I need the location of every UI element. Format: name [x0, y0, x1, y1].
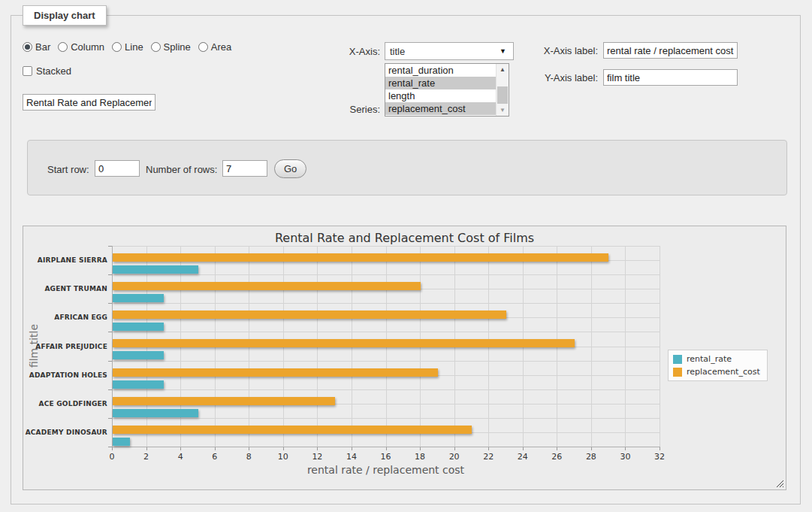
stacked-label: Stacked	[36, 65, 71, 77]
category-label: AFFAIR PREJUDICE	[23, 343, 107, 350]
x-axis-tick-label: 28	[580, 452, 602, 462]
x-axis-tick-label: 22	[477, 452, 500, 462]
legend-swatch-icon	[673, 368, 682, 377]
go-button[interactable]: Go	[274, 159, 306, 178]
radio-label: Spline	[164, 41, 191, 53]
bar-replacement_cost	[113, 311, 506, 319]
dropdown-arrow-icon: ▼	[500, 47, 506, 55]
x-axis-tick-label: 4	[169, 452, 192, 462]
number-of-rows-input[interactable]	[222, 160, 267, 177]
bar-replacement_cost	[113, 397, 335, 405]
bar-replacement_cost	[113, 253, 608, 262]
radio-label: Line	[125, 41, 143, 53]
fieldset-legend-title: Display chart	[23, 5, 107, 26]
x-axis-tick-label: 30	[614, 452, 636, 462]
series-listbox-label: Series:	[315, 104, 380, 115]
x-axis-tick-label: 2	[135, 452, 158, 462]
number-of-rows-label: Number of rows:	[146, 164, 217, 175]
stacked-checkbox[interactable]	[23, 66, 32, 76]
series-options: rental_durationrental_ratelengthreplacem…	[385, 64, 496, 116]
bar-rental_rate	[113, 351, 164, 359]
scrollbar-up-icon[interactable]: ▲	[497, 64, 509, 75]
x-axis-selected-value: title	[390, 46, 405, 57]
series-scrollbar[interactable]: ▲ ▼	[496, 64, 509, 116]
radio-column[interactable]: Column	[58, 41, 104, 53]
radio-label: Column	[71, 41, 104, 53]
x-axis-tick-label: 12	[306, 452, 328, 462]
radio-icon[interactable]	[198, 42, 208, 52]
bar-replacement_cost	[113, 339, 575, 347]
category-label: AGENT TRUMAN	[23, 285, 107, 292]
bar-replacement_cost	[113, 426, 472, 434]
bar-rental_rate	[113, 409, 198, 417]
radio-spline[interactable]: Spline	[151, 41, 191, 53]
bar-rental_rate	[113, 380, 164, 389]
x-axis-label-input[interactable]	[603, 42, 738, 59]
radio-area[interactable]: Area	[198, 41, 231, 53]
start-row-label: Start row:	[47, 164, 89, 175]
radio-icon[interactable]	[23, 42, 32, 52]
bar-rental_rate	[113, 294, 164, 302]
x-axis-tick-label: 14	[340, 452, 363, 462]
chart: Rental Rate and Replacement Cost of Film…	[23, 226, 786, 490]
x-axis-tick-label: 24	[512, 452, 534, 462]
category-label: AFRICAN EGG	[23, 314, 107, 321]
bar-rental_rate	[113, 323, 164, 331]
stacked-checkbox-row[interactable]: Stacked	[23, 65, 71, 77]
chart-title: Rental Rate and Replacement Cost of Film…	[23, 231, 786, 245]
chart-type-radio-group: BarColumnLineSplineArea	[23, 41, 231, 53]
x-axis-tick-label: 18	[409, 452, 431, 462]
category-label: AIRPLANE SIERRA	[23, 256, 107, 264]
x-axis-tick-label: 26	[545, 452, 568, 462]
chart-x-axis-title: rental rate / replacement cost	[112, 464, 660, 476]
x-axis-select[interactable]: title ▼	[385, 42, 514, 60]
row-controls-panel: Start row: Number of rows: Go	[27, 140, 787, 195]
x-axis-tick-label: 8	[237, 452, 260, 462]
x-axis-select-label: X-Axis:	[315, 46, 380, 57]
radio-label: Bar	[35, 41, 50, 53]
radio-icon[interactable]	[112, 42, 122, 52]
x-axis-line	[112, 447, 660, 447]
legend-item-replacement_cost[interactable]: replacement_cost	[673, 367, 760, 377]
legend-item-rental_rate[interactable]: rental_rate	[673, 354, 760, 364]
bar-replacement_cost	[113, 368, 438, 377]
x-axis-tick-label: 32	[648, 452, 671, 462]
radio-icon[interactable]	[151, 42, 161, 52]
radio-bar[interactable]: Bar	[23, 41, 50, 53]
x-axis-tick-label: 16	[375, 452, 397, 462]
x-axis-tick-label: 20	[443, 452, 466, 462]
scrollbar-thumb[interactable]	[497, 86, 508, 104]
gridline	[660, 246, 660, 447]
resize-handle-icon[interactable]	[776, 480, 783, 487]
x-axis-tick-label: 0	[101, 452, 123, 462]
scrollbar-down-icon[interactable]: ▼	[497, 105, 509, 116]
gridline	[591, 246, 592, 447]
gridline	[625, 246, 626, 447]
series-option-length[interactable]: length	[385, 89, 496, 102]
bar-replacement_cost	[113, 282, 421, 290]
y-axis-label-input[interactable]	[603, 69, 738, 86]
category-label: ADAPTATION HOLES	[23, 371, 107, 379]
legend-label: rental_rate	[687, 354, 732, 364]
chart-legend: rental_ratereplacement_cost	[668, 350, 768, 381]
series-listbox[interactable]: rental_durationrental_ratelengthreplacem…	[385, 63, 509, 117]
series-option-replacement_cost[interactable]: replacement_cost	[385, 102, 496, 115]
category-label: ACE GOLDFINGER	[23, 400, 107, 407]
legend-swatch-icon	[673, 355, 682, 364]
category-label: ACADEMY DINOSAUR	[23, 429, 107, 436]
y-axis-label-field-label: Y-Axis label:	[533, 72, 598, 83]
bar-rental_rate	[113, 438, 130, 446]
x-axis-tick-label: 6	[204, 452, 226, 462]
x-axis-label-field-label: X-Axis label:	[533, 45, 598, 56]
radio-icon[interactable]	[58, 42, 68, 52]
series-option-rental_duration[interactable]: rental_duration	[385, 64, 496, 77]
start-row-input[interactable]	[95, 160, 140, 177]
radio-label: Area	[211, 41, 231, 53]
x-axis-tick-label: 10	[272, 452, 294, 462]
radio-line[interactable]: Line	[112, 41, 143, 53]
bar-rental_rate	[113, 265, 198, 274]
legend-label: replacement_cost	[687, 367, 760, 377]
chart-title-input[interactable]	[23, 94, 155, 111]
series-option-rental_rate[interactable]: rental_rate	[385, 77, 496, 89]
